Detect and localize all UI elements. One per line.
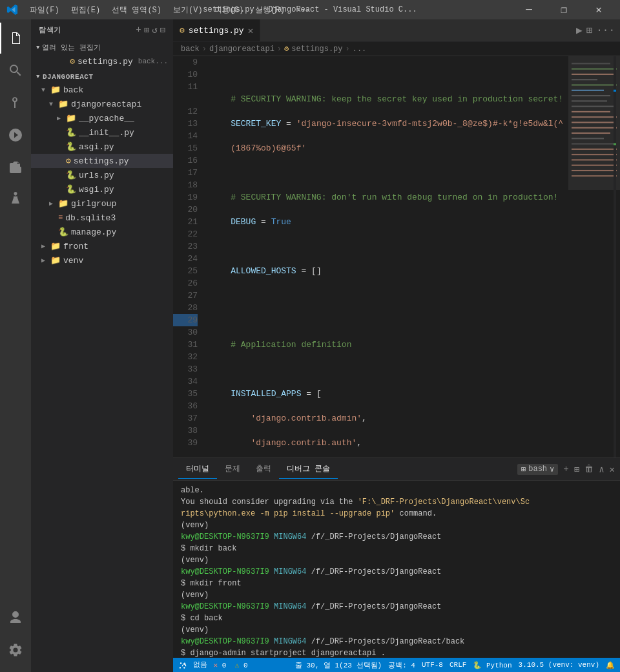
code-line-11b: (1867%ob)6@65f' <box>211 142 568 154</box>
panel-tab-terminal[interactable]: 터미널 <box>178 459 217 479</box>
term-line-1: able. <box>181 485 612 496</box>
notification-bell[interactable]: 🔔 <box>606 661 615 669</box>
file-urls-label: urls.py <box>79 171 114 180</box>
search-icon[interactable] <box>0 55 31 86</box>
bc-sep-1: › <box>202 45 207 54</box>
panel-actions: ⊞ bash ∨ + ⊞ 🗑 ∧ ✕ <box>517 464 615 475</box>
bc-sep-2: › <box>277 45 282 54</box>
eol-status[interactable]: CRLF <box>450 661 466 669</box>
folder-front[interactable]: ▶ 📁 front <box>31 239 173 253</box>
run-debug-icon[interactable] <box>0 120 31 151</box>
folder-djangoreactapi[interactable]: ▼ 📁 djangoreactapi <box>31 97 173 111</box>
panel: 터미널 문제 출력 디버그 콘솔 ⊞ bash ∨ + ⊞ 🗑 ∧ ✕ <box>173 457 620 658</box>
folder-back[interactable]: ▼ 📁 back <box>31 83 173 97</box>
activity-bar-bottom <box>0 602 31 672</box>
code-line-13: # SECURITY WARNING: don't run with debug… <box>211 191 568 204</box>
tab-close-button[interactable]: ✕ <box>248 25 253 36</box>
menu-edit[interactable]: 편집(E) <box>66 3 106 17</box>
file-settings-label: settings.py <box>74 156 129 166</box>
file-init[interactable]: ▶ 🐍 __init__.py <box>31 125 173 140</box>
explorer-icon[interactable] <box>0 23 31 54</box>
python-version-status[interactable]: 3.10.5 (venv: venv) <box>519 661 599 669</box>
folder-pycache[interactable]: ▶ 📁 __pycache__ <box>31 111 173 125</box>
refresh-button[interactable]: ↺ <box>152 25 157 36</box>
open-file-settings[interactable]: ✕ ⚙ settings.py back... <box>31 54 173 68</box>
file-wsgi[interactable]: ▶ 🐍 wsgi.py <box>31 182 173 196</box>
split-editor-button[interactable]: ⊞ <box>586 24 593 37</box>
new-file-button[interactable]: + <box>136 25 141 36</box>
more-actions-button[interactable]: ··· <box>596 25 615 36</box>
svg-rect-21 <box>572 165 617 166</box>
run-button[interactable]: ▶ <box>576 24 583 37</box>
source-control-icon[interactable] <box>0 87 31 118</box>
extensions-icon[interactable] <box>0 152 31 183</box>
panel-tab-problems[interactable]: 문제 <box>217 459 248 479</box>
code-editor[interactable]: 9 10 11 12 13 14 15 16 17 18 19 20 21 22… <box>173 56 620 457</box>
testing-icon[interactable] <box>0 184 31 215</box>
titlebar: 파일(F) 편집(E) 선택 영역(S) 보기(V) 이동(G) 실행(R) .… <box>0 0 620 19</box>
file-settings[interactable]: ▶ ⚙ settings.py <box>31 154 173 168</box>
terminal-content[interactable]: able. You should consider upgrading via … <box>173 481 620 658</box>
file-manage[interactable]: ▶ 🐍 manage.py <box>31 225 173 239</box>
file-db[interactable]: ▶ ≡ db.sqlite3 <box>31 211 173 225</box>
close-panel-button[interactable]: ✕ <box>610 464 615 475</box>
split-terminal-button[interactable]: ⊞ <box>574 464 579 475</box>
spaces-status[interactable]: 공백: 4 <box>388 660 415 670</box>
menu-file[interactable]: 파일(F) <box>25 3 65 17</box>
close-button[interactable]: ✕ <box>584 0 614 19</box>
folder-girlgroup-icon: 📁 <box>58 198 68 209</box>
menu-select[interactable]: 선택 영역(S) <box>107 3 167 17</box>
error-count[interactable]: ✕ 0 ⚠ 0 <box>214 661 248 669</box>
line-numbers: 9 10 11 12 13 14 15 16 17 18 19 20 21 22… <box>173 56 205 457</box>
folder-venv[interactable]: ▶ 📁 venv <box>31 253 173 268</box>
language-status[interactable]: 🐍 Python <box>473 661 512 669</box>
code-line-9 <box>211 68 568 81</box>
bc-djangoreactapi[interactable]: djangoreactapi <box>209 45 274 54</box>
git-branch[interactable]: 없음 <box>178 660 207 669</box>
file-init-icon: 🐍 <box>66 127 76 138</box>
settings-icon[interactable] <box>0 635 31 666</box>
trash-terminal-button[interactable]: 🗑 <box>584 464 594 474</box>
terminal-shell-selector[interactable]: ⊞ bash ∨ <box>517 464 558 475</box>
maximize-panel-button[interactable]: ∧ <box>599 464 604 475</box>
project-label: DJANGOREACT <box>43 73 94 81</box>
collapse-all-button[interactable]: ⊟ <box>160 25 165 36</box>
encoding-status[interactable]: UTF-8 <box>422 661 443 669</box>
term-line-9: $ mkdir front <box>181 578 612 589</box>
maximize-button[interactable]: ❐ <box>549 0 579 19</box>
panel-tab-output[interactable]: 출력 <box>248 459 279 479</box>
folder-pycache-label: __pycache__ <box>79 114 134 123</box>
project-toggle[interactable]: ▼ DJANGOREACT <box>31 71 173 83</box>
menu-view[interactable]: 보기(V) <box>168 3 208 17</box>
tab-settings-icon: ⚙ <box>180 25 185 36</box>
code-line-17 <box>211 289 568 302</box>
term-line-7: (venv) <box>181 554 612 566</box>
panel-tab-debug[interactable]: 디버그 콘솔 <box>279 459 338 479</box>
code-line-10: # SECURITY WARNING: keep the secret key … <box>211 93 568 105</box>
settings-file-label: settings.py <box>78 57 133 67</box>
panel-tabs: 터미널 문제 출력 디버그 콘솔 ⊞ bash ∨ + ⊞ 🗑 ∧ ✕ <box>173 458 620 481</box>
minimize-button[interactable]: — <box>514 0 544 19</box>
term-line-12: $ cd back <box>181 613 612 624</box>
tab-settings-label: settings.py <box>189 26 244 36</box>
sidebar: 탐색기 + ⊞ ↺ ⊟ ▼ 열려 있는 편집기 ✕ ⚙ settings.py … <box>31 19 173 672</box>
bc-settings[interactable]: settings.py <box>291 45 342 54</box>
folder-girlgroup[interactable]: ▶ 📁 girlgroup <box>31 196 173 211</box>
open-editors-label: 열려 있는 편집기 <box>42 43 100 52</box>
file-asgi[interactable]: ▶ 🐍 asgi.py <box>31 140 173 154</box>
bc-back[interactable]: back <box>181 45 200 54</box>
file-path-hint: back... <box>138 58 168 65</box>
open-editors-toggle[interactable]: ▼ 열려 있는 편집기 <box>31 41 173 54</box>
bc-ellipsis[interactable]: ... <box>353 45 367 54</box>
account-icon[interactable] <box>0 602 31 633</box>
file-asgi-icon: 🐍 <box>66 142 76 152</box>
new-folder-button[interactable]: ⊞ <box>144 25 149 36</box>
bc-sep-3: › <box>346 45 350 54</box>
line-col-status[interactable]: 줄 30, 열 1(23 선택됨) <box>295 660 382 670</box>
file-urls[interactable]: ▶ 🐍 urls.py <box>31 168 173 182</box>
new-terminal-button[interactable]: + <box>563 464 568 474</box>
code-content[interactable]: # SECURITY WARNING: keep the secret key … <box>205 56 568 457</box>
tab-settings[interactable]: ⚙ settings.py ✕ <box>173 19 260 41</box>
chevron-down-icon: ∨ <box>550 465 554 474</box>
term-line-2: You should consider upgrading via the 'F… <box>181 496 612 508</box>
